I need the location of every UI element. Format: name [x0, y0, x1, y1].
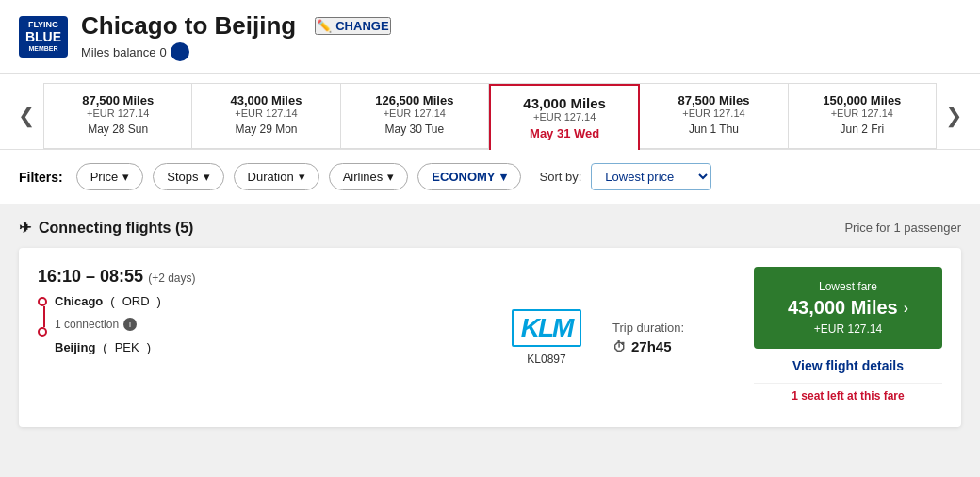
- eur-1: +EUR 127.14: [200, 107, 332, 119]
- flight-times: 16:10 – 08:55 (+2 days): [38, 267, 481, 287]
- chevron-down-icon: ▾: [122, 170, 129, 184]
- date-item-3[interactable]: 43,000 Miles +EUR 127.14 May 31 Wed: [489, 84, 640, 150]
- eur-3: +EUR 127.14: [498, 111, 630, 123]
- duration-label: Trip duration:: [612, 321, 735, 335]
- chevron-right-icon: ›: [904, 300, 908, 317]
- duration-filter-button[interactable]: Duration ▾: [234, 163, 319, 190]
- origin-dot: [38, 297, 47, 306]
- airline-section: KLM KL0897: [499, 267, 594, 408]
- change-button[interactable]: ✏️ CHANGE: [315, 17, 390, 35]
- airlines-filter-button[interactable]: Airlines ▾: [329, 163, 409, 190]
- origin-row: Chicago (ORD): [55, 294, 161, 308]
- flying-blue-logo: FLYING BLUE MEMBER: [19, 16, 68, 58]
- date-5: Jun 2 Fri: [796, 123, 928, 136]
- chevron-down-icon: ▾: [500, 170, 507, 184]
- days-offset: (+2 days): [148, 271, 195, 285]
- fare-eur: +EUR 127.14: [769, 322, 927, 336]
- miles-5: 150,000 Miles: [796, 93, 928, 107]
- date-1: May 29 Mon: [200, 123, 332, 136]
- flight-card: 16:10 – 08:55 (+2 days) Chicago (ORD): [19, 248, 961, 427]
- fare-label: Lowest fare: [769, 280, 927, 293]
- eur-4: +EUR 127.14: [647, 107, 779, 119]
- carousel-next-button[interactable]: ❯: [937, 104, 971, 128]
- miles-2: 126,500 Miles: [349, 93, 481, 107]
- info-icon: i: [123, 318, 137, 331]
- route-line: [43, 306, 45, 327]
- duration-value: ⏱ 27h45: [612, 338, 735, 354]
- eur-2: +EUR 127.14: [349, 107, 481, 119]
- seat-left-label: 1 seat left at this fare: [754, 384, 942, 408]
- date-item-2[interactable]: 126,500 Miles +EUR 127.14 May 30 Tue: [341, 84, 489, 148]
- header: FLYING BLUE MEMBER Chicago to Beijing ✏️…: [0, 0, 980, 74]
- date-item-5[interactable]: 150,000 Miles +EUR 127.14 Jun 2 Fri: [789, 84, 936, 148]
- miles-balance: Miles balance 0: [81, 42, 391, 61]
- carousel-prev-button[interactable]: ❮: [9, 104, 43, 128]
- flight-number: KL0897: [527, 353, 565, 366]
- date-4: Jun 1 Thu: [647, 123, 779, 136]
- stops-filter-button[interactable]: Stops ▾: [153, 163, 223, 190]
- filters-label: Filters:: [19, 170, 63, 185]
- pencil-icon: ✏️: [317, 19, 332, 33]
- date-3: May 31 Wed: [498, 126, 630, 140]
- date-item-4[interactable]: 87,500 Miles +EUR 127.14 Jun 1 Thu: [640, 84, 788, 148]
- clock-icon: ⏱: [612, 339, 626, 354]
- price-filter-button[interactable]: Price ▾: [76, 163, 144, 190]
- route-dots: [38, 294, 47, 337]
- sort-label: Sort by:: [540, 170, 582, 184]
- filters-section: Filters: Price ▾ Stops ▾ Duration ▾ Airl…: [0, 149, 980, 204]
- miles-3: 43,000 Miles: [498, 95, 630, 111]
- duration-section: Trip duration: ⏱ 27h45: [612, 267, 735, 408]
- main-content: ✈ Connecting flights (5) Price for 1 pas…: [0, 204, 980, 442]
- route-visual: Chicago (ORD) 1 connection i Beijing (PE…: [38, 294, 481, 354]
- date-0: May 28 Sun: [52, 123, 184, 136]
- plane-icon: ✈: [19, 219, 31, 237]
- chevron-down-icon: ▾: [299, 170, 305, 184]
- economy-filter-button[interactable]: ECONOMY ▾: [417, 163, 520, 190]
- miles-icon: [171, 42, 189, 61]
- date-item-1[interactable]: 43,000 Miles +EUR 127.14 May 29 Mon: [192, 84, 340, 148]
- lowest-fare-box[interactable]: Lowest fare 43,000 Miles › +EUR 127.14: [754, 267, 942, 349]
- date-2: May 30 Tue: [349, 123, 481, 136]
- fare-section: Lowest fare 43,000 Miles › +EUR 127.14 V…: [754, 267, 942, 408]
- flight-info: 16:10 – 08:55 (+2 days) Chicago (ORD): [38, 267, 481, 408]
- page-title: Chicago to Beijing: [81, 11, 296, 41]
- route-labels: Chicago (ORD) 1 connection i Beijing (PE…: [55, 294, 161, 354]
- results-title: ✈ Connecting flights (5): [19, 219, 193, 237]
- connection-info: 1 connection i: [55, 318, 161, 331]
- dest-dot: [38, 327, 47, 337]
- miles-0: 87,500 Miles: [52, 93, 184, 107]
- carousel-container: ❮ 87,500 Miles +EUR 127.14 May 28 Sun 43…: [0, 83, 980, 149]
- eur-0: +EUR 127.14: [52, 107, 184, 119]
- results-header: ✈ Connecting flights (5) Price for 1 pas…: [19, 219, 961, 237]
- sort-select[interactable]: Lowest price Duration Departure time: [591, 163, 711, 190]
- eur-5: +EUR 127.14: [796, 107, 928, 119]
- chevron-down-icon: ▾: [204, 170, 210, 184]
- date-carousel: ❮ 87,500 Miles +EUR 127.14 May 28 Sun 43…: [0, 74, 980, 149]
- miles-1: 43,000 Miles: [200, 93, 332, 107]
- chevron-down-icon: ▾: [387, 170, 394, 184]
- fare-miles: 43,000 Miles ›: [769, 297, 927, 319]
- klm-logo: KLM: [512, 309, 582, 347]
- carousel-items: 87,500 Miles +EUR 127.14 May 28 Sun 43,0…: [43, 83, 937, 149]
- header-left: Chicago to Beijing ✏️ CHANGE Miles balan…: [81, 11, 391, 61]
- date-item-0[interactable]: 87,500 Miles +EUR 127.14 May 28 Sun: [44, 84, 192, 148]
- price-passenger-label: Price for 1 passenger: [844, 221, 961, 235]
- miles-4: 87,500 Miles: [647, 93, 779, 107]
- view-flight-details-button[interactable]: View flight details: [754, 349, 942, 384]
- dest-row: Beijing (PEK): [55, 340, 161, 354]
